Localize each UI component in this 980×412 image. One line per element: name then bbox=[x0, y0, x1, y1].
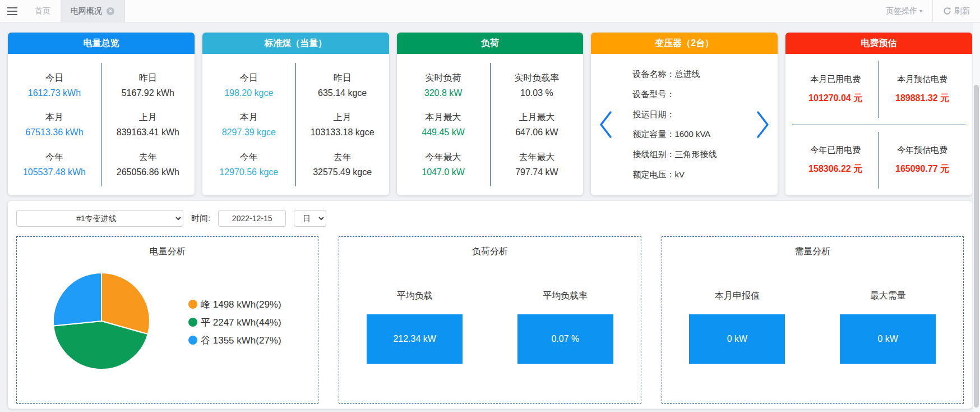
stat-label: 今年 bbox=[219, 152, 278, 163]
scrollbar-thumb[interactable] bbox=[974, 85, 979, 408]
fee-row: 本月已用电费 101270.04 元 本月预估电费 189881.32 元 bbox=[792, 54, 965, 125]
legend-dot-valley bbox=[188, 336, 197, 345]
stat-value: 265056.86 kWh bbox=[117, 167, 179, 177]
transformer-row-value: kV bbox=[674, 170, 685, 179]
stat-value: 12970.56 kgce bbox=[219, 167, 278, 177]
transformer-row-value: 三角形接线 bbox=[674, 149, 716, 159]
stat-cards-row: 电量总览 今日 1612.73 kWh 本月 67513.36 kWh 今年 1… bbox=[8, 33, 972, 195]
stat-value: 32575.49 kgce bbox=[313, 167, 372, 177]
stat-value: 8297.39 kgce bbox=[222, 127, 276, 138]
legend-dot-peak bbox=[188, 300, 197, 309]
app-root: 首页 电网概况 ✕ 页签操作 ▾ 刷新 电量总览 今日 bbox=[0, 0, 980, 412]
fee-label: 本月已用电费 bbox=[810, 74, 861, 85]
stat-label: 上月 bbox=[311, 112, 375, 123]
line-select[interactable]: #1专变进线 bbox=[16, 210, 183, 227]
card-energy-overview: 电量总览 今日 1612.73 kWh 本月 67513.36 kWh 今年 1… bbox=[8, 33, 195, 195]
hamburger-icon bbox=[7, 7, 17, 8]
stat-value: 198.20 kgce bbox=[224, 88, 273, 98]
transformer-row-label: 投运日期： bbox=[632, 109, 674, 119]
analysis-panels-row: 电量分析 峰 1498 kWh(29%) 平 2247 kWh(44%) bbox=[16, 236, 964, 404]
tab-grid-overview-label: 电网概况 bbox=[71, 6, 102, 16]
caret-down-icon: ▾ bbox=[919, 8, 922, 14]
stat-label: 今年最大 bbox=[422, 152, 464, 163]
carousel-prev-button[interactable] bbox=[594, 102, 617, 147]
stat-label: 昨日 bbox=[122, 72, 174, 84]
stat-value: 797.74 kW bbox=[515, 167, 558, 177]
fee-label: 本月预估电费 bbox=[897, 74, 947, 85]
fee-value: 189881.32 元 bbox=[895, 93, 949, 104]
pie-chart-area: 峰 1498 kWh(29%) 平 2247 kWh(44%) 谷 1355 k… bbox=[17, 271, 318, 373]
carousel-next-button[interactable] bbox=[752, 102, 774, 147]
stat-value: 105537.48 kWh bbox=[23, 167, 86, 177]
tab-close-icon[interactable]: ✕ bbox=[107, 7, 114, 15]
stat-label: 去年最大 bbox=[515, 152, 558, 163]
fee-cell: 本月已用电费 101270.04 元 bbox=[792, 54, 879, 125]
stat-value: 320.8 kW bbox=[424, 88, 463, 98]
tab-grid-overview[interactable]: 电网概况 ✕ bbox=[61, 0, 125, 22]
stat-cell: 实时负荷 320.8 kW bbox=[424, 72, 463, 98]
transformer-row: 投运日期： bbox=[632, 109, 752, 120]
metric-label: 最大需量 bbox=[870, 290, 906, 302]
stat-label: 今年 bbox=[23, 152, 86, 163]
legend-label: 谷 1355 kWh(27%) bbox=[201, 334, 281, 347]
metric-average-load: 平均负载 212.34 kW bbox=[367, 290, 463, 364]
metric-label: 本月申报值 bbox=[715, 290, 760, 302]
stat-cell: 昨日 635.14 kgce bbox=[318, 72, 367, 98]
stat-cell: 今日 1612.73 kWh bbox=[28, 72, 81, 98]
metric-max-demand: 最大需量 0 kW bbox=[840, 290, 936, 364]
pie-chart-wrap bbox=[52, 271, 151, 373]
filter-row: #1专变进线 时间: 日 bbox=[16, 210, 964, 227]
stat-cell: 本月最大 449.45 kW bbox=[422, 112, 464, 138]
refresh-button[interactable]: 刷新 bbox=[933, 0, 980, 22]
legend-item: 平 2247 kWh(44%) bbox=[188, 316, 281, 329]
stat-value: 67513.36 kWh bbox=[25, 127, 83, 138]
panel-load-analysis-title: 负荷分析 bbox=[339, 246, 640, 258]
stat-label: 本月 bbox=[25, 112, 83, 123]
time-label: 时间: bbox=[191, 213, 210, 224]
transformer-row-label: 额定容量： bbox=[632, 129, 674, 139]
scrollbar-track[interactable] bbox=[972, 23, 980, 412]
stat-cell: 今年 12970.56 kgce bbox=[219, 152, 278, 177]
tab-home[interactable]: 首页 bbox=[25, 0, 61, 22]
card-standard-coal-body: 今日 198.20 kgce 本月 8297.39 kgce 今年 12970.… bbox=[202, 54, 389, 195]
stat-label: 实时负荷 bbox=[424, 72, 463, 84]
stat-column: 实时负载率 10.03 % 上月最大 647.06 kW 去年最大 797.74… bbox=[491, 54, 584, 195]
transformer-row-label: 接线组别： bbox=[632, 149, 674, 159]
panel-energy-analysis-title: 电量分析 bbox=[17, 246, 318, 258]
refresh-label: 刷新 bbox=[954, 6, 970, 16]
stat-column: 实时负荷 320.8 kW 本月最大 449.45 kW 今年最大 1047.0… bbox=[397, 54, 490, 195]
stat-value: 103133.18 kgce bbox=[311, 127, 375, 138]
card-fee-estimate-title: 电费预估 bbox=[785, 33, 972, 54]
stat-label: 本月最大 bbox=[422, 112, 464, 123]
card-energy-overview-body: 今日 1612.73 kWh 本月 67513.36 kWh 今年 105537… bbox=[8, 54, 195, 195]
date-input[interactable] bbox=[218, 210, 286, 227]
stat-cell: 上月 103133.18 kgce bbox=[311, 112, 375, 138]
stat-cell: 今年 105537.48 kWh bbox=[23, 152, 86, 177]
stat-cell: 上月 839163.41 kWh bbox=[117, 112, 179, 138]
stat-value: 449.45 kW bbox=[422, 127, 464, 138]
stat-cell: 昨日 5167.92 kWh bbox=[122, 72, 174, 98]
tab-operations-button[interactable]: 页签操作 ▾ bbox=[876, 0, 932, 22]
legend-item: 峰 1498 kWh(29%) bbox=[188, 298, 281, 311]
stat-label: 去年 bbox=[313, 152, 372, 163]
stat-column: 今日 198.20 kgce 本月 8297.39 kgce 今年 12970.… bbox=[202, 54, 295, 195]
topbar-spacer bbox=[125, 0, 876, 22]
period-select[interactable]: 日 bbox=[294, 210, 326, 227]
card-transformer: 变压器（2台） 设备名称：总进线 设备型号： 投运日期： 额定容量：1600 k… bbox=[591, 33, 778, 195]
card-standard-coal: 标准煤（当量） 今日 198.20 kgce 本月 8297.39 kgce 今… bbox=[202, 33, 389, 195]
legend-item: 谷 1355 kWh(27%) bbox=[188, 334, 281, 347]
metric-value-box: 212.34 kW bbox=[367, 314, 463, 364]
pie-legend: 峰 1498 kWh(29%) 平 2247 kWh(44%) 谷 1355 k… bbox=[188, 298, 281, 347]
hamburger-menu-button[interactable] bbox=[0, 0, 25, 22]
stat-value: 10.03 % bbox=[514, 88, 559, 98]
stat-cell: 今日 198.20 kgce bbox=[224, 72, 273, 98]
fee-row: 今年已用电费 158306.22 元 今年预估电费 165090.77 元 bbox=[792, 125, 965, 196]
demand-metrics: 本月申报值 0 kW 最大需量 0 kW bbox=[662, 290, 963, 364]
refresh-icon bbox=[943, 7, 951, 15]
metric-label: 平均负载率 bbox=[543, 290, 588, 302]
panel-load-analysis: 负荷分析 平均负载 212.34 kW 平均负载率 0.07 % bbox=[339, 236, 641, 404]
transformer-row-value: 1600 kVA bbox=[674, 129, 710, 139]
stat-label: 本月 bbox=[222, 112, 276, 123]
stat-cell: 实时负载率 10.03 % bbox=[514, 72, 559, 98]
stat-column: 今日 1612.73 kWh 本月 67513.36 kWh 今年 105537… bbox=[8, 54, 101, 195]
